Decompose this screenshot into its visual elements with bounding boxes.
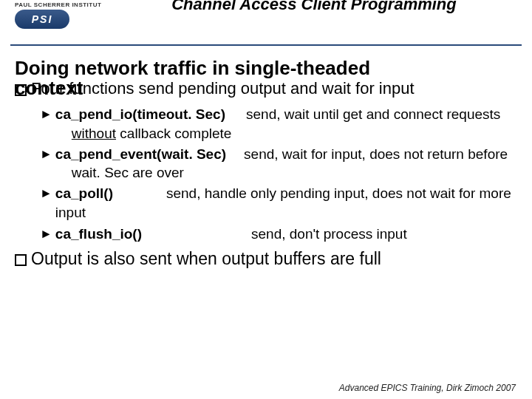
arrow-icon: ► (40, 226, 52, 243)
func-4-body: ca_flush_io()send, don't process input (55, 225, 517, 244)
arrow-icon: ► (40, 106, 52, 123)
func-3-name: ca_poll() (55, 185, 113, 201)
logo-block: PAUL SCHERRER INSTITUT PSI (15, 0, 111, 29)
func-4-desc: send, don't process input (251, 226, 407, 242)
func-item-4: ► ca_flush_io()send, don't process input (40, 225, 517, 244)
func-2-desc1: send, wait for input, does not return be… (244, 146, 508, 162)
func-item-2: ► ca_pend_event(wait. Sec)send, wait for… (40, 145, 517, 183)
bullet-2-text: Output is also sent when output buffers … (31, 248, 381, 270)
func-4-name: ca_flush_io() (55, 226, 142, 242)
func-1-desc2-rest: callback complete (116, 126, 231, 141)
bullet-2: Output is also sent when output buffers … (15, 248, 517, 270)
func-2-name: ca_pend_event(wait. Sec) (55, 146, 226, 162)
func-3-desc: send, handle only pending input, does no… (55, 185, 511, 220)
func-1-desc2: without callback complete (72, 124, 517, 143)
psi-logo-shape: PSI (15, 10, 69, 29)
bullet-1: Four functions send pending output and w… (15, 78, 517, 100)
func-item-3: ► ca_poll()send, handle only pending inp… (40, 184, 517, 222)
slide-title-line1: Doing network traffic in single-theaded (15, 58, 517, 80)
bullet-1-text: Four functions send pending output and w… (31, 78, 415, 100)
slide-title-context: context (15, 77, 83, 100)
header-divider (10, 44, 522, 46)
func-2-desc2: wait. Sec are over (72, 163, 517, 183)
institute-name: PAUL SCHERRER INSTITUT (15, 1, 111, 8)
func-1-body: ca_pend_io(timeout. Sec)send, wait until… (55, 105, 517, 143)
slide-header: PAUL SCHERRER INSTITUT PSI Channel Acces… (0, 0, 532, 44)
func-1-desc1: send, wait until get and connect request… (246, 106, 500, 122)
function-list: ► ca_pend_io(timeout. Sec)send, wait unt… (40, 105, 517, 243)
func-item-1: ► ca_pend_io(timeout. Sec)send, wait unt… (40, 105, 517, 143)
arrow-icon: ► (40, 146, 52, 163)
arrow-icon: ► (40, 185, 52, 202)
func-1-without: without (72, 126, 116, 141)
func-2-body: ca_pend_event(wait. Sec)send, wait for i… (55, 145, 517, 183)
slide-content: Doing network traffic in single-theaded … (0, 53, 532, 270)
psi-logo: PSI (15, 10, 111, 29)
presentation-title: Channel Access Client Programming (111, 0, 517, 13)
func-3-body: ca_poll()send, handle only pending input… (55, 184, 517, 222)
func-1-name: ca_pend_io(timeout. Sec) (55, 106, 225, 122)
square-bullet-icon (15, 254, 27, 266)
slide-footer: Advanced EPICS Training, Dirk Zimoch 200… (339, 383, 516, 393)
